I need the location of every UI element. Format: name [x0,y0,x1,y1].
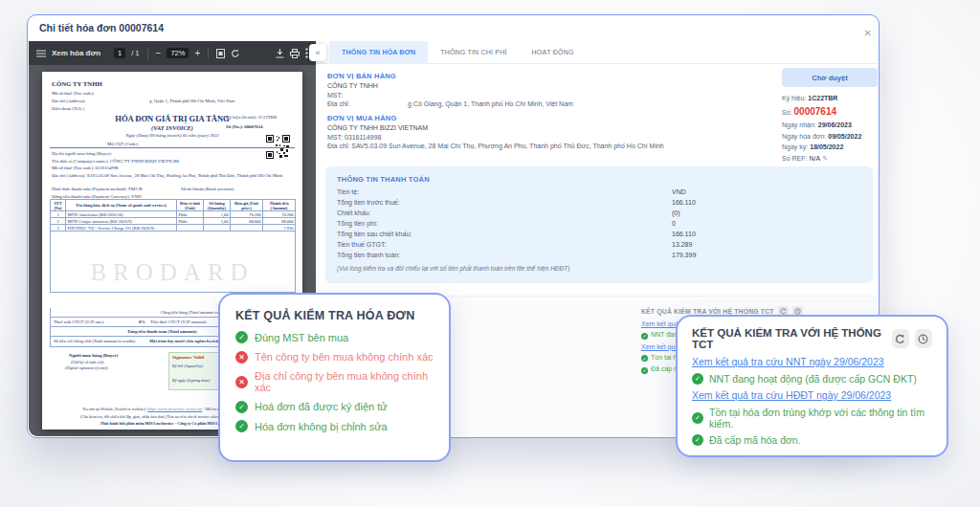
buyer-addr: Địa chỉ: SAV5.03.09 Sun Avenue, 28 Mai C… [327,143,664,149]
check-item: ✓ Tồn tại hóa đơn trùng khớp với các thô… [692,407,932,430]
check-item: ✓ Hóa đơn không bị chỉnh sửa [235,420,434,432]
popup-title: KẾT QUẢ KIỂM TRA VỚI HỆ THỐNG TCT [692,327,886,350]
col-header: Số lượng (Quantity) [204,200,231,211]
invoice-buyer-tax: Mã số thuế (Tax code): 0316114998 [52,165,118,170]
tab-activity[interactable]: HOẠT ĐỘNG [520,41,587,64]
print-icon[interactable] [290,49,300,58]
invoice-buyer-company: Tên đơn vị (Company's name): CÔNG TY TNH… [52,159,179,164]
invoice-pay-method: Hình thức thanh toán (Payment method): T… [52,187,143,191]
tab-cost-info[interactable]: THÔNG TIN CHI PHÍ [428,41,519,64]
invoice-buyer-label: Họ tên người mua hàng (Buyer): [52,151,112,156]
payment-row: Tiền thuế GTGT:13.289 [337,241,861,252]
check-icon: ✓ [641,355,648,362]
buyer-sign-title: Người mua hàng (Buyer) [69,353,118,358]
menu-icon[interactable] [36,50,46,57]
buyer-mst: MST: 0316114998 [327,134,381,141]
payment-row: Tổng tiền thanh toán:179.399 [337,252,861,262]
invoice-divider [50,147,295,148]
download-icon[interactable] [276,49,284,58]
invoice-tax-label: Mã số thuế (Tax code): [52,91,94,96]
lookup-link[interactable]: https://www.meinvoice.vn/tra-cuu [147,407,202,411]
tab-invoice-info[interactable]: THÔNG TIN HÓA ĐƠN [329,41,428,64]
pdf-title: Xem hóa đơn [52,49,100,57]
check-item: ✓ Hoá đơn đã được ký điện tử [235,401,434,413]
col-header: STT (No) [51,200,66,211]
meta-ref: Số REF:N/A✎ [782,155,878,163]
invoice-addr-label: Địa chỉ (Address): [52,99,85,103]
invoice-currency: Đồng tiền thanh toán (Payment Currency):… [52,194,141,199]
popup-title: KẾT QUẢ KIỂM TRA HÓA ĐƠN [235,309,434,322]
payment-row: Tổng tiền trước thuế:166.110 [337,199,861,209]
tct-check-popup: KẾT QUẢ KIỂM TRA VỚI HỆ THỐNG TCT Xem kế… [676,315,948,457]
tct-header: KẾT QUẢ KIỂM TRA VỚI HỆ THỐNG TCT [641,308,774,315]
watermark: BRODARD [42,259,302,286]
check-item: ✓ NNT đang hoạt động (đã được cấp GCN ĐK… [692,373,932,385]
payment-note: (Vui lòng kiểm tra và đối chiếu lại với … [337,265,569,272]
table-row: 1 MÓN Americano (Bill 2026/10) Phần 1,00… [51,211,296,218]
payment-row: Chiết khấu:(0) [337,209,861,220]
rotate-icon[interactable] [231,49,240,58]
modal-header: Chi tiết hóa đơn 00007614 ✕ [28,15,879,40]
edit-ref-icon[interactable]: ✎ [822,155,828,162]
hddt-lookup-link[interactable]: Xem kết quả tra cứu HĐĐT ngày 29/06/2023 [692,389,891,401]
fit-page-icon[interactable] [216,49,225,58]
nnt-lookup-link[interactable]: Xem kết quả tra cứu NNT ngày 29/06/2023 [692,356,884,367]
invoice-serial: Ký hiệu (Serial): 1C22TBB [226,115,277,120]
payment-row: Tổng tiền sau chiết khấu:166.110 [337,231,861,241]
invoice-subtitle: (VAT INVOICE) [42,124,302,131]
check-error-icon: ✕ [235,351,248,364]
buyer-name: CÔNG TY TNHH BIZZI VIETNAM [327,124,428,131]
zoom-out-button[interactable]: − [156,48,162,58]
status-badge[interactable]: Chờ duyệt [782,68,878,87]
col-header: Tên hàng hóa, dịch vụ (Name of goods and… [66,200,177,211]
check-ok-icon: ✓ [235,420,248,432]
invoice-meta: Ký hiệu:1C22TBR Số:00007614 Ngày nhận:29… [782,95,878,178]
payment-row: Tổng tiền phí:0 [337,220,861,231]
tabs-bar: « THÔNG TIN HÓA ĐƠN THÔNG TIN CHI PHÍ HO… [316,41,878,64]
invoice-buyer-addr: Địa chỉ (Address): SAV5.03.09 Sun Avenue… [52,173,293,180]
meta-serial: Ký hiệu:1C22TBR [782,95,878,101]
invoice-number: Số (No.): 00007614 [226,124,263,129]
invoice-tel: Điện thoại (Tel): ( [52,106,85,111]
pdf-toolbar: Xem hóa đơn 1 / 1 − 72% + [29,41,316,65]
col-header: Thành tiền (Amount) [263,200,296,211]
collapse-panel-button[interactable]: « [309,44,326,61]
invoice-bank: Số tài khoản (Bank account): [181,187,234,191]
invoice-seller-name: CÔNG TY TNHH [52,80,102,87]
check-item: ✕ Tên công ty bên mua không chính xác [235,351,434,364]
col-header: Đơn vị tính (Unit) [177,200,204,211]
page-background: Chi tiết hóa đơn 00007614 ✕ Xem hóa đơn … [0,0,980,507]
more-options-icon[interactable] [305,48,308,58]
buyer-sign-sub1: (Chữ ký số (nếu có)) [71,360,103,364]
check-icon: ✓ [641,367,648,374]
check-ok-icon: ✓ [235,331,248,343]
invoice-mcqt: Mã CQT (Code): [107,142,139,146]
check-icon: ✓ [641,333,648,340]
buyer-sign-sub2: (Digital signature (if any)) [65,365,108,370]
check-error-icon: ✕ [235,376,248,388]
check-ok-icon: ✓ [235,401,248,413]
toolbar-divider [208,48,209,59]
close-icon[interactable]: ✕ [864,28,872,38]
history-clock-icon[interactable] [915,329,932,348]
table-row: 2 MÓN Croque monsieur (Bill 2026/9) Phần… [51,218,296,225]
toolbar-divider [147,48,148,59]
invoice-vat-rate: 8% [139,320,145,324]
seller-name: CÔNG TY TNHH [327,82,378,89]
seller-mst-label: MST: [327,92,343,99]
seller-addr-value: g Cô Giang, Quận 1, Thành phố Hồ Chí Min… [408,100,573,107]
buyer-section-header: ĐƠN VỊ MUA HÀNG [327,114,396,122]
refresh-icon[interactable] [892,329,909,348]
check-item: ✕ Địa chỉ công ty bên mua không chính xá… [235,370,434,393]
meta-received-date: Ngày nhận:29/06/2023 [782,121,878,128]
page-number-input[interactable]: 1 [114,48,125,58]
check-item: ✓ Đúng MST bên mua [235,331,434,343]
page-total: / 1 [131,49,139,57]
zoom-in-button[interactable]: + [194,48,200,58]
check-ok-icon: ✓ [692,373,703,385]
check-item: ✓ Đã cấp mã hóa đơn. [692,434,932,446]
col-header: Đơn giá (Unit price) [231,200,263,211]
payment-row: Tiền tệ:VND [337,188,861,199]
seller-addr-label: Địa chỉ: [327,100,349,107]
zoom-level[interactable]: 72% [167,48,189,58]
